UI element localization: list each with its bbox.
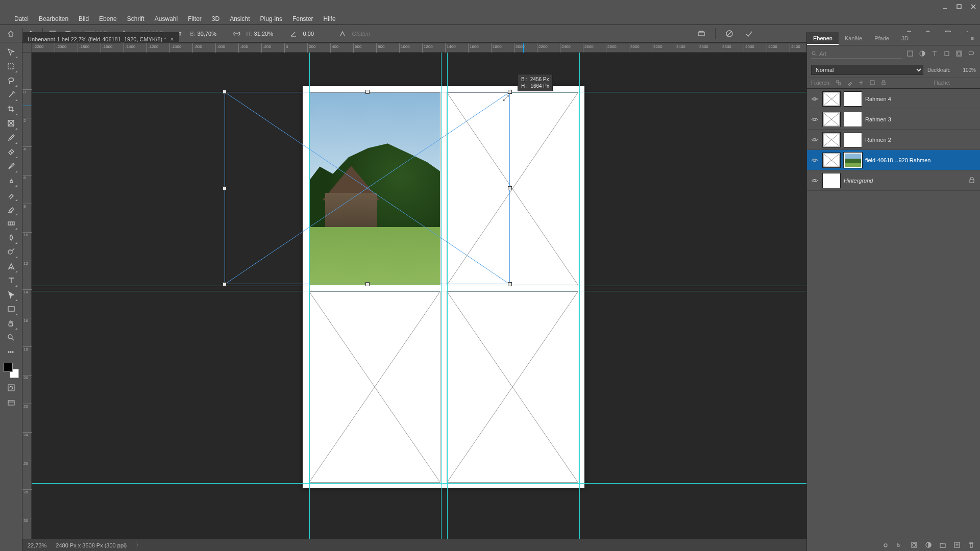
menu-ansicht[interactable]: Ansicht	[225, 15, 255, 22]
filter-toggle[interactable]	[967, 49, 976, 58]
layer-mask-thumb[interactable]	[844, 112, 862, 127]
rotation-value[interactable]: 0,00	[303, 31, 333, 37]
eyedropper-tool[interactable]	[5, 131, 18, 144]
guide-vertical[interactable]	[447, 53, 448, 539]
link-layers-icon[interactable]	[882, 541, 889, 548]
menu-datei[interactable]: Datei	[9, 15, 34, 22]
layer-mask-thumb[interactable]	[844, 91, 862, 107]
group-icon[interactable]	[939, 541, 946, 548]
mask-icon[interactable]	[911, 541, 918, 548]
hand-tool[interactable]	[5, 317, 18, 330]
layer-name[interactable]: Rahmen 2	[865, 137, 966, 143]
ruler-horizontal[interactable]: -2200-2000-1800-1600-1400-1200-1000-800-…	[32, 43, 806, 53]
menu-auswahl[interactable]: Auswahl	[150, 15, 183, 22]
menu-schrift[interactable]: Schrift	[122, 15, 150, 22]
marquee-tool[interactable]	[5, 60, 18, 73]
adjustment-icon[interactable]	[925, 541, 932, 548]
guide-horizontal[interactable]	[32, 92, 806, 92]
type-tool[interactable]	[5, 274, 18, 287]
lock-transparency-icon[interactable]	[836, 80, 842, 86]
stamp-tool[interactable]	[5, 174, 18, 187]
layer-row[interactable]: Rahmen 2	[807, 130, 980, 150]
fx-icon[interactable]: fx	[896, 541, 903, 548]
guide-horizontal[interactable]	[32, 286, 806, 286]
layer-name[interactable]: Rahmen 4	[865, 96, 966, 102]
layer-name[interactable]: Hintergrund	[844, 178, 966, 184]
ruler-origin[interactable]	[22, 43, 32, 53]
transform-handle[interactable]	[365, 90, 370, 94]
layer-thumb[interactable]	[822, 173, 841, 188]
window-close-button[interactable]	[970, 3, 977, 10]
angle-icon[interactable]	[288, 28, 299, 39]
layer-row[interactable]: Rahmen 3	[807, 109, 980, 130]
menu-filter[interactable]: Filter	[183, 15, 207, 22]
layer-row[interactable]: Rahmen 4	[807, 89, 980, 109]
trash-icon[interactable]	[968, 541, 975, 548]
home-button[interactable]	[3, 27, 18, 41]
blur-tool[interactable]	[5, 231, 18, 244]
layer-thumb[interactable]	[822, 132, 841, 147]
layer-row[interactable]: field-40618…920 Rahmen	[807, 150, 980, 170]
layer-thumb[interactable]	[822, 153, 841, 168]
layer-thumb[interactable]	[822, 112, 841, 127]
layer-thumb[interactable]	[822, 91, 841, 107]
crop-tool[interactable]	[5, 103, 18, 116]
visibility-toggle[interactable]	[810, 136, 819, 143]
frame-top-right[interactable]	[447, 92, 578, 285]
shape-tool[interactable]	[5, 303, 18, 316]
tab-pfade[interactable]: Pfade	[868, 32, 895, 45]
zoom-tool[interactable]	[5, 331, 18, 344]
window-maximize-button[interactable]	[955, 3, 963, 10]
panel-menu-icon[interactable]: ≡	[965, 32, 980, 45]
lock-artboard-icon[interactable]	[869, 80, 875, 86]
zoom-level[interactable]: 22,73%	[28, 542, 46, 548]
layer-name[interactable]: field-40618…920 Rahmen	[865, 157, 966, 163]
visibility-toggle[interactable]	[810, 177, 819, 184]
foreground-color-swatch[interactable]	[4, 363, 13, 372]
layer-mask-thumb[interactable]	[844, 132, 862, 147]
gradient-tool[interactable]	[5, 217, 18, 230]
link-wh2-icon[interactable]	[231, 28, 242, 39]
layer-row[interactable]: Hintergrund	[807, 170, 980, 191]
transform-handle[interactable]	[223, 186, 227, 190]
doc-info[interactable]: 2480 Px x 3508 Px (300 ppi)	[56, 542, 127, 548]
color-swatches[interactable]	[4, 363, 19, 378]
transform-handle[interactable]	[223, 90, 227, 94]
layer-search-input[interactable]: Art	[811, 48, 902, 59]
layer-name[interactable]: Rahmen 3	[865, 116, 966, 122]
visibility-toggle[interactable]	[810, 157, 819, 164]
filter-shape-icon[interactable]	[942, 49, 951, 58]
layers-list[interactable]: Rahmen 4Rahmen 3Rahmen 2field-40618…920 …	[807, 89, 980, 538]
lock-paint-icon[interactable]	[847, 80, 853, 86]
status-chevron-icon[interactable]: 〉	[136, 541, 141, 549]
transform-handle[interactable]	[508, 186, 512, 190]
lasso-tool[interactable]	[5, 74, 18, 87]
transform-handle[interactable]	[223, 282, 227, 286]
skew-icon[interactable]	[337, 28, 348, 39]
guide-vertical[interactable]	[441, 53, 442, 539]
guide-horizontal[interactable]	[32, 483, 806, 484]
visibility-toggle[interactable]	[810, 116, 819, 123]
history-brush-tool[interactable]	[5, 188, 18, 202]
menu-ebene[interactable]: Ebene	[94, 15, 122, 22]
blend-mode-select[interactable]: Normal	[811, 65, 923, 75]
filter-smart-icon[interactable]	[954, 49, 964, 58]
menu-plugins[interactable]: Plug-ins	[255, 15, 287, 22]
window-minimize-button[interactable]	[941, 3, 948, 10]
menu-bild[interactable]: Bild	[74, 15, 94, 22]
frame-bottom-left[interactable]	[309, 291, 440, 483]
cancel-transform-button[interactable]	[724, 28, 735, 39]
dodge-tool[interactable]	[5, 245, 18, 259]
visibility-toggle[interactable]	[810, 95, 819, 103]
close-tab-icon[interactable]: ×	[170, 36, 174, 43]
frame-bottom-right[interactable]	[447, 291, 578, 483]
new-layer-icon[interactable]	[953, 541, 961, 548]
opacity-value[interactable]: 100%	[952, 67, 976, 73]
menu-3d[interactable]: 3D	[207, 15, 225, 22]
pen-tool[interactable]	[5, 260, 18, 273]
transform-handle[interactable]	[365, 282, 370, 286]
eraser-tool[interactable]	[5, 203, 18, 216]
document-tab[interactable]: Unbenannt-1 bei 22,7% (field-406181_1920…	[22, 32, 179, 43]
guide-vertical[interactable]	[309, 53, 310, 539]
b-value[interactable]: 30,70%	[198, 31, 227, 37]
